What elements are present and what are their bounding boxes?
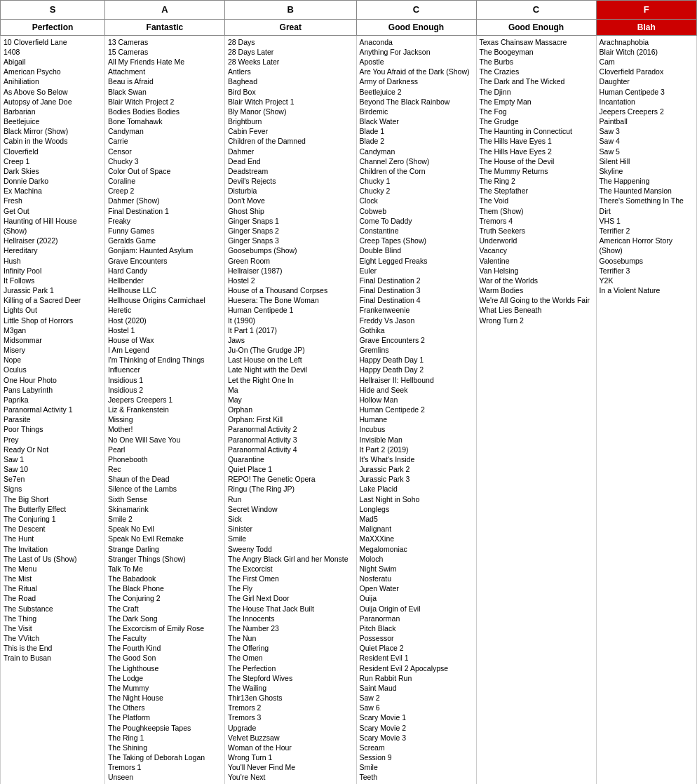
grade-c2-header: C xyxy=(476,1,596,20)
grade-f-header: F xyxy=(596,1,696,20)
column-c1: Anaconda Anything For Jackson Apostle Ar… xyxy=(356,35,476,784)
grade-s-header: S xyxy=(1,1,105,20)
label-goodenough-1: Good Enough xyxy=(356,19,476,35)
label-header-row: Perfection Fantastic Great Good Enough G… xyxy=(1,19,697,35)
column-c2: Texas Chainsaw Massacre The Boogeyman Th… xyxy=(476,35,596,784)
grade-b-header: B xyxy=(224,1,356,20)
column-b: 28 Days 28 Days Later 28 Weeks Later Ant… xyxy=(224,35,356,784)
label-blah: Blah xyxy=(596,19,696,35)
label-great: Great xyxy=(224,19,356,35)
label-perfection: Perfection xyxy=(1,19,105,35)
main-table-container: S A B C C F Perfection Fantastic Great G… xyxy=(0,0,697,784)
data-row: 10 Cloverfield Lane 1408 Abigail America… xyxy=(1,35,697,784)
column-a: 13 Cameras 15 Cameras All My Friends Hat… xyxy=(104,35,224,784)
column-f: Arachnaphobia Blair Witch (2016) Cam Clo… xyxy=(596,35,696,784)
column-s: 10 Cloverfield Lane 1408 Abigail America… xyxy=(1,35,105,784)
grade-a-header: A xyxy=(104,1,224,20)
grade-header-row: S A B C C F xyxy=(1,1,697,20)
grade-c1-header: C xyxy=(356,1,476,20)
label-fantastic: Fantastic xyxy=(104,19,224,35)
label-goodenough-2: Good Enough xyxy=(476,19,596,35)
